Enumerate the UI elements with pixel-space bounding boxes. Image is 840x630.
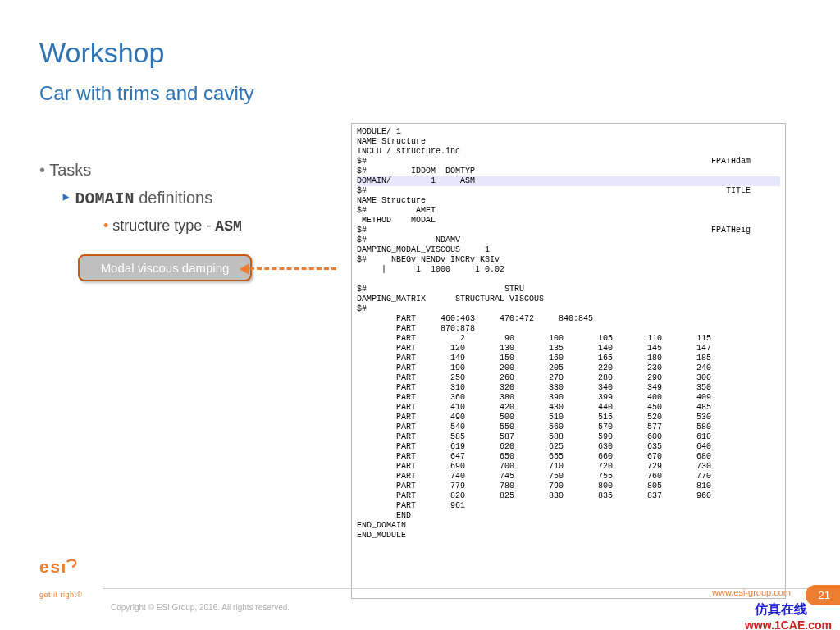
bullet-l1: Tasks xyxy=(39,156,242,184)
code-post: $# TITLE NAME Structure $# AMET METHOD M… xyxy=(357,186,751,540)
watermark-chinese: 仿真在线 xyxy=(755,601,807,619)
slide-title: Workshop xyxy=(39,37,164,69)
arrow-to-damping-modal xyxy=(242,267,336,270)
bullet-l2: DOMAIN definitions xyxy=(61,184,242,213)
asm-keyword: ASM xyxy=(215,218,241,235)
page-number: 21 xyxy=(806,585,840,605)
bullet-l3: structure type - ASM xyxy=(103,213,242,240)
watermark-url: www.1CAE.com xyxy=(745,619,832,630)
svg-text:e: e xyxy=(39,557,49,576)
code-pre: MODULE/ 1 NAME Structure INCLU / structu… xyxy=(357,127,751,176)
svg-text:ı: ı xyxy=(61,557,66,576)
copyright-text: Copyright © ESI Group, 2016. All rights … xyxy=(111,603,290,612)
code-listing: MODULE/ 1 NAME Structure INCLU / structu… xyxy=(351,123,786,599)
slide-subtitle: Car with trims and cavity xyxy=(39,82,253,105)
code-highlighted-line: DOMAIN/ 1 ASM xyxy=(357,176,780,186)
esi-logo: e s ı get it right® xyxy=(39,555,105,599)
svg-text:s: s xyxy=(51,557,61,576)
logo-tagline: get it right® xyxy=(39,591,105,599)
footer-url: www.esi-group.com xyxy=(712,587,791,597)
bullet-list: Tasks DOMAIN definitions structure type … xyxy=(39,156,242,240)
callout-modal-viscous-damping: Modal viscous damping xyxy=(78,254,252,281)
domain-keyword: DOMAIN xyxy=(75,189,135,208)
